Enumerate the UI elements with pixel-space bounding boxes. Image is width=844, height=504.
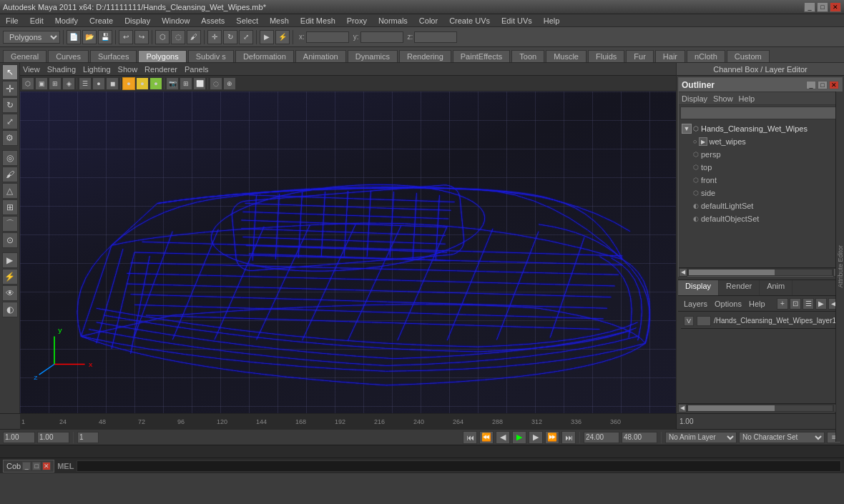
- tb-redo[interactable]: ↪: [134, 30, 149, 44]
- vp-menu-renderer[interactable]: Renderer: [144, 65, 177, 74]
- menu-help[interactable]: Help: [541, 16, 563, 25]
- tab-painteffects[interactable]: PaintEffects: [453, 50, 511, 62]
- y-input[interactable]: [360, 31, 403, 43]
- last-tool-button[interactable]: ⚙: [2, 130, 18, 146]
- playback-prev-frame[interactable]: ⏪: [479, 431, 494, 444]
- layer-btn-2[interactable]: ⊡: [790, 298, 801, 310]
- tab-deformation[interactable]: Deformation: [235, 50, 294, 62]
- frame-current-input[interactable]: [37, 432, 69, 443]
- frame-start-input[interactable]: [3, 432, 35, 443]
- tab-hair[interactable]: Hair: [655, 50, 685, 62]
- layers-menu-help[interactable]: Help: [746, 300, 768, 308]
- vp-menu-show[interactable]: Show: [118, 65, 138, 74]
- wet-wipes-expand-icon[interactable]: ▶: [699, 137, 707, 146]
- sw-close[interactable]: ✕: [42, 462, 51, 470]
- layers-menu-layers[interactable]: Layers: [681, 300, 710, 308]
- tb-undo[interactable]: ↩: [119, 30, 133, 44]
- menu-window[interactable]: Window: [159, 16, 192, 25]
- anim-layer-dropdown[interactable]: No Anim Layer: [665, 432, 737, 443]
- layers-h-scrollbar[interactable]: ◀ ▶: [678, 403, 843, 412]
- paint-button[interactable]: 🖌: [2, 167, 18, 182]
- snap-curve-button[interactable]: ⌒: [2, 216, 18, 232]
- tree-item-persp[interactable]: ⬡ persp: [679, 148, 842, 161]
- soft-select-button[interactable]: ◎: [2, 150, 18, 166]
- frame-end1-input[interactable]: [584, 432, 619, 443]
- vp-tb-light3[interactable]: ●: [149, 77, 162, 90]
- outliner-menu-help[interactable]: Help: [739, 94, 755, 103]
- tree-item-front[interactable]: ⬡ front: [679, 174, 842, 187]
- frame-field-input[interactable]: [77, 432, 99, 443]
- menu-color[interactable]: Color: [416, 16, 441, 25]
- outliner-scroll-track[interactable]: [689, 270, 832, 275]
- tree-item-wet-wipes[interactable]: ○ ▶ wet_wipes: [679, 135, 842, 148]
- snap-point-button[interactable]: ⊙: [2, 232, 18, 248]
- scale-tool-button[interactable]: ⤢: [2, 114, 18, 129]
- tb-new[interactable]: 📄: [67, 30, 81, 44]
- menu-mesh[interactable]: Mesh: [267, 16, 292, 25]
- close-button[interactable]: ✕: [830, 2, 841, 12]
- select-tool-button[interactable]: ↖: [2, 64, 18, 80]
- vp-tb-1[interactable]: ⬡: [21, 77, 34, 90]
- menu-display[interactable]: Display: [122, 16, 153, 25]
- x-input[interactable]: [306, 31, 349, 43]
- vp-tb-smooth[interactable]: ●: [92, 77, 105, 90]
- menu-edit-mesh[interactable]: Edit Mesh: [298, 16, 338, 25]
- layer-visibility-1[interactable]: V: [684, 316, 694, 326]
- vp-menu-lighting[interactable]: Lighting: [83, 65, 111, 74]
- playback-prev-keyframe[interactable]: ◀: [496, 431, 510, 444]
- tab-custom[interactable]: Custom: [727, 50, 770, 62]
- tree-item-default-object-set[interactable]: ◐ defaultObjectSet: [679, 212, 842, 225]
- menu-create[interactable]: Create: [87, 16, 116, 25]
- vp-tb-3[interactable]: ⊞: [49, 77, 62, 90]
- playback-next-keyframe[interactable]: ▶: [529, 431, 543, 444]
- tb-select[interactable]: ⬡: [155, 30, 170, 44]
- outliner-minimize[interactable]: _: [806, 81, 816, 89]
- vp-tb-2[interactable]: ▣: [35, 77, 48, 90]
- tb-render[interactable]: ▶: [260, 30, 274, 44]
- z-input[interactable]: [414, 31, 457, 43]
- channel-tab-display[interactable]: Display: [678, 280, 719, 295]
- playback-goto-start[interactable]: ⏮: [463, 431, 477, 444]
- move-tool-button[interactable]: ✛: [2, 81, 18, 97]
- isolate-button[interactable]: ◐: [2, 302, 18, 317]
- vp-menu-shading[interactable]: Shading: [47, 65, 76, 74]
- tb-ipr[interactable]: ⚡: [275, 30, 290, 44]
- tree-item-scene[interactable]: ▼ ⬡ Hands_Cleansing_Wet_Wipes: [679, 122, 842, 135]
- layers-scroll-track[interactable]: [688, 405, 833, 411]
- outliner-scroll-left[interactable]: ◀: [679, 268, 687, 277]
- tab-polygons[interactable]: Polygons: [138, 50, 186, 62]
- minimize-button[interactable]: _: [804, 2, 815, 12]
- outliner-close[interactable]: ✕: [829, 81, 839, 89]
- menu-normals[interactable]: Normals: [376, 16, 411, 25]
- snap-grid-button[interactable]: ⊞: [2, 199, 18, 215]
- vp-tb-wire[interactable]: ☰: [79, 77, 92, 90]
- layer-btn-1[interactable]: +: [777, 298, 788, 310]
- playback-goto-end[interactable]: ⏭: [561, 431, 576, 444]
- vp-tb-4[interactable]: ◈: [62, 77, 75, 90]
- timeline-numbers[interactable]: 1 24 48 72 96 120 144 168 192 216 240 26…: [20, 414, 676, 430]
- layers-scroll-thumb[interactable]: [688, 405, 775, 411]
- tb-lasso[interactable]: ◌: [171, 30, 185, 44]
- tab-muscle[interactable]: Muscle: [546, 50, 587, 62]
- tree-item-default-light-set[interactable]: ◐ defaultLightSet: [679, 199, 842, 212]
- playback-next-frame[interactable]: ⏩: [545, 431, 559, 444]
- tab-rendering[interactable]: Rendering: [399, 50, 451, 62]
- vp-tb-grid[interactable]: ⊞: [180, 77, 192, 90]
- canvas-area[interactable]: y x z: [20, 92, 676, 413]
- menu-assets[interactable]: Assets: [198, 16, 227, 25]
- attr-editor-label[interactable]: Attribute Editor: [837, 245, 844, 288]
- channel-tab-anim[interactable]: Anim: [760, 280, 793, 295]
- tab-animation[interactable]: Animation: [295, 50, 346, 62]
- scene-expand-icon[interactable]: ▼: [682, 124, 692, 134]
- tb-save[interactable]: 💾: [98, 30, 112, 44]
- tab-toon[interactable]: Toon: [511, 50, 544, 62]
- outliner-menu-display[interactable]: Display: [682, 94, 707, 103]
- tab-subdivs[interactable]: Subdiv s: [188, 50, 234, 62]
- vp-tb-extra2[interactable]: ⊕: [223, 77, 236, 90]
- vp-tb-flat[interactable]: ◼: [106, 77, 119, 90]
- sw-minimize[interactable]: _: [22, 462, 31, 470]
- render-button[interactable]: ▶: [2, 252, 18, 268]
- menu-file[interactable]: File: [3, 16, 21, 25]
- rotate-tool-button[interactable]: ↻: [2, 97, 18, 113]
- tb-paint[interactable]: 🖌: [187, 30, 201, 44]
